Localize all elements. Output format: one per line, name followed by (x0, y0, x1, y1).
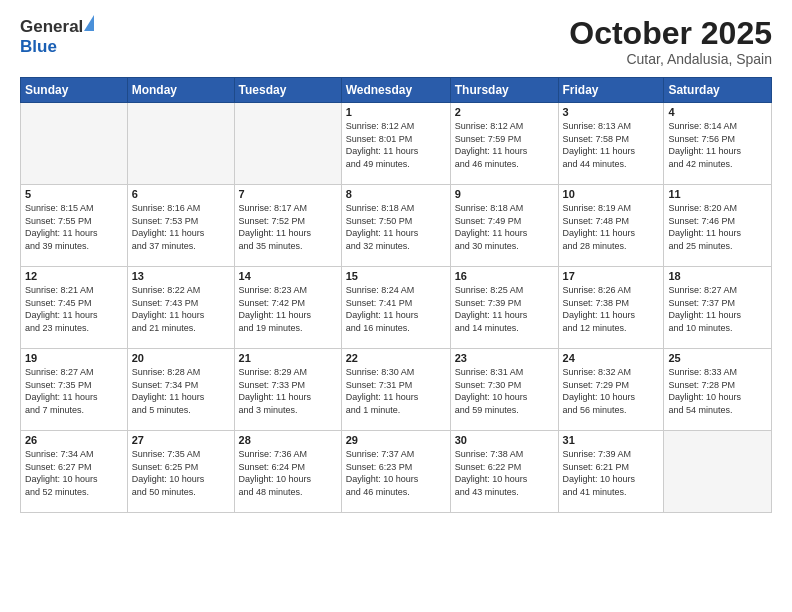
table-row: 14Sunrise: 8:23 AMSunset: 7:42 PMDayligh… (234, 267, 341, 349)
day-number: 9 (455, 188, 554, 200)
table-row: 29Sunrise: 7:37 AMSunset: 6:23 PMDayligh… (341, 431, 450, 513)
day-info: Sunrise: 8:27 AMSunset: 7:37 PMDaylight:… (668, 284, 767, 334)
table-row: 20Sunrise: 8:28 AMSunset: 7:34 PMDayligh… (127, 349, 234, 431)
day-number: 5 (25, 188, 123, 200)
day-number: 18 (668, 270, 767, 282)
table-row: 31Sunrise: 7:39 AMSunset: 6:21 PMDayligh… (558, 431, 664, 513)
day-number: 2 (455, 106, 554, 118)
logo: General Blue (20, 16, 94, 57)
table-row (664, 431, 772, 513)
day-number: 26 (25, 434, 123, 446)
table-row (234, 103, 341, 185)
day-number: 12 (25, 270, 123, 282)
table-row: 7Sunrise: 8:17 AMSunset: 7:52 PMDaylight… (234, 185, 341, 267)
days-header-row: Sunday Monday Tuesday Wednesday Thursday… (21, 78, 772, 103)
calendar-week-row: 5Sunrise: 8:15 AMSunset: 7:55 PMDaylight… (21, 185, 772, 267)
table-row (21, 103, 128, 185)
table-row: 22Sunrise: 8:30 AMSunset: 7:31 PMDayligh… (341, 349, 450, 431)
day-info: Sunrise: 8:32 AMSunset: 7:29 PMDaylight:… (563, 366, 660, 416)
day-info: Sunrise: 8:33 AMSunset: 7:28 PMDaylight:… (668, 366, 767, 416)
table-row: 13Sunrise: 8:22 AMSunset: 7:43 PMDayligh… (127, 267, 234, 349)
day-number: 30 (455, 434, 554, 446)
calendar-title: October 2025 (569, 16, 772, 51)
table-row: 12Sunrise: 8:21 AMSunset: 7:45 PMDayligh… (21, 267, 128, 349)
day-info: Sunrise: 8:28 AMSunset: 7:34 PMDaylight:… (132, 366, 230, 416)
day-number: 20 (132, 352, 230, 364)
header-saturday: Saturday (664, 78, 772, 103)
day-number: 6 (132, 188, 230, 200)
day-info: Sunrise: 7:35 AMSunset: 6:25 PMDaylight:… (132, 448, 230, 498)
logo-general: General (20, 17, 83, 36)
day-info: Sunrise: 8:24 AMSunset: 7:41 PMDaylight:… (346, 284, 446, 334)
day-info: Sunrise: 8:17 AMSunset: 7:52 PMDaylight:… (239, 202, 337, 252)
table-row: 21Sunrise: 8:29 AMSunset: 7:33 PMDayligh… (234, 349, 341, 431)
table-row: 19Sunrise: 8:27 AMSunset: 7:35 PMDayligh… (21, 349, 128, 431)
day-info: Sunrise: 8:23 AMSunset: 7:42 PMDaylight:… (239, 284, 337, 334)
table-row: 10Sunrise: 8:19 AMSunset: 7:48 PMDayligh… (558, 185, 664, 267)
table-row: 3Sunrise: 8:13 AMSunset: 7:58 PMDaylight… (558, 103, 664, 185)
day-info: Sunrise: 8:18 AMSunset: 7:49 PMDaylight:… (455, 202, 554, 252)
day-number: 17 (563, 270, 660, 282)
day-info: Sunrise: 8:26 AMSunset: 7:38 PMDaylight:… (563, 284, 660, 334)
table-row: 16Sunrise: 8:25 AMSunset: 7:39 PMDayligh… (450, 267, 558, 349)
day-number: 10 (563, 188, 660, 200)
day-number: 11 (668, 188, 767, 200)
header: General Blue October 2025 Cutar, Andalus… (20, 16, 772, 67)
day-number: 7 (239, 188, 337, 200)
logo-blue: Blue (20, 37, 57, 56)
table-row: 15Sunrise: 8:24 AMSunset: 7:41 PMDayligh… (341, 267, 450, 349)
table-row: 11Sunrise: 8:20 AMSunset: 7:46 PMDayligh… (664, 185, 772, 267)
header-friday: Friday (558, 78, 664, 103)
table-row: 5Sunrise: 8:15 AMSunset: 7:55 PMDaylight… (21, 185, 128, 267)
table-row: 1Sunrise: 8:12 AMSunset: 8:01 PMDaylight… (341, 103, 450, 185)
calendar-subtitle: Cutar, Andalusia, Spain (569, 51, 772, 67)
header-monday: Monday (127, 78, 234, 103)
table-row: 28Sunrise: 7:36 AMSunset: 6:24 PMDayligh… (234, 431, 341, 513)
day-number: 4 (668, 106, 767, 118)
day-number: 27 (132, 434, 230, 446)
day-info: Sunrise: 8:25 AMSunset: 7:39 PMDaylight:… (455, 284, 554, 334)
day-info: Sunrise: 8:14 AMSunset: 7:56 PMDaylight:… (668, 120, 767, 170)
day-number: 24 (563, 352, 660, 364)
day-number: 13 (132, 270, 230, 282)
day-number: 21 (239, 352, 337, 364)
day-info: Sunrise: 8:27 AMSunset: 7:35 PMDaylight:… (25, 366, 123, 416)
calendar-table: Sunday Monday Tuesday Wednesday Thursday… (20, 77, 772, 513)
day-number: 8 (346, 188, 446, 200)
day-info: Sunrise: 7:37 AMSunset: 6:23 PMDaylight:… (346, 448, 446, 498)
day-number: 29 (346, 434, 446, 446)
day-info: Sunrise: 8:22 AMSunset: 7:43 PMDaylight:… (132, 284, 230, 334)
day-info: Sunrise: 8:20 AMSunset: 7:46 PMDaylight:… (668, 202, 767, 252)
calendar-week-row: 19Sunrise: 8:27 AMSunset: 7:35 PMDayligh… (21, 349, 772, 431)
calendar-week-row: 26Sunrise: 7:34 AMSunset: 6:27 PMDayligh… (21, 431, 772, 513)
title-block: October 2025 Cutar, Andalusia, Spain (569, 16, 772, 67)
table-row: 26Sunrise: 7:34 AMSunset: 6:27 PMDayligh… (21, 431, 128, 513)
table-row: 27Sunrise: 7:35 AMSunset: 6:25 PMDayligh… (127, 431, 234, 513)
day-info: Sunrise: 8:19 AMSunset: 7:48 PMDaylight:… (563, 202, 660, 252)
day-number: 15 (346, 270, 446, 282)
table-row: 30Sunrise: 7:38 AMSunset: 6:22 PMDayligh… (450, 431, 558, 513)
table-row: 24Sunrise: 8:32 AMSunset: 7:29 PMDayligh… (558, 349, 664, 431)
header-wednesday: Wednesday (341, 78, 450, 103)
table-row: 18Sunrise: 8:27 AMSunset: 7:37 PMDayligh… (664, 267, 772, 349)
calendar-week-row: 12Sunrise: 8:21 AMSunset: 7:45 PMDayligh… (21, 267, 772, 349)
table-row: 8Sunrise: 8:18 AMSunset: 7:50 PMDaylight… (341, 185, 450, 267)
day-info: Sunrise: 8:12 AMSunset: 7:59 PMDaylight:… (455, 120, 554, 170)
table-row: 25Sunrise: 8:33 AMSunset: 7:28 PMDayligh… (664, 349, 772, 431)
table-row: 17Sunrise: 8:26 AMSunset: 7:38 PMDayligh… (558, 267, 664, 349)
table-row (127, 103, 234, 185)
day-info: Sunrise: 8:16 AMSunset: 7:53 PMDaylight:… (132, 202, 230, 252)
day-info: Sunrise: 8:30 AMSunset: 7:31 PMDaylight:… (346, 366, 446, 416)
day-number: 16 (455, 270, 554, 282)
day-info: Sunrise: 8:21 AMSunset: 7:45 PMDaylight:… (25, 284, 123, 334)
day-info: Sunrise: 7:36 AMSunset: 6:24 PMDaylight:… (239, 448, 337, 498)
table-row: 4Sunrise: 8:14 AMSunset: 7:56 PMDaylight… (664, 103, 772, 185)
day-info: Sunrise: 8:31 AMSunset: 7:30 PMDaylight:… (455, 366, 554, 416)
day-number: 31 (563, 434, 660, 446)
day-number: 22 (346, 352, 446, 364)
table-row: 6Sunrise: 8:16 AMSunset: 7:53 PMDaylight… (127, 185, 234, 267)
day-info: Sunrise: 8:29 AMSunset: 7:33 PMDaylight:… (239, 366, 337, 416)
logo-icon (84, 15, 94, 31)
day-info: Sunrise: 7:39 AMSunset: 6:21 PMDaylight:… (563, 448, 660, 498)
day-number: 25 (668, 352, 767, 364)
